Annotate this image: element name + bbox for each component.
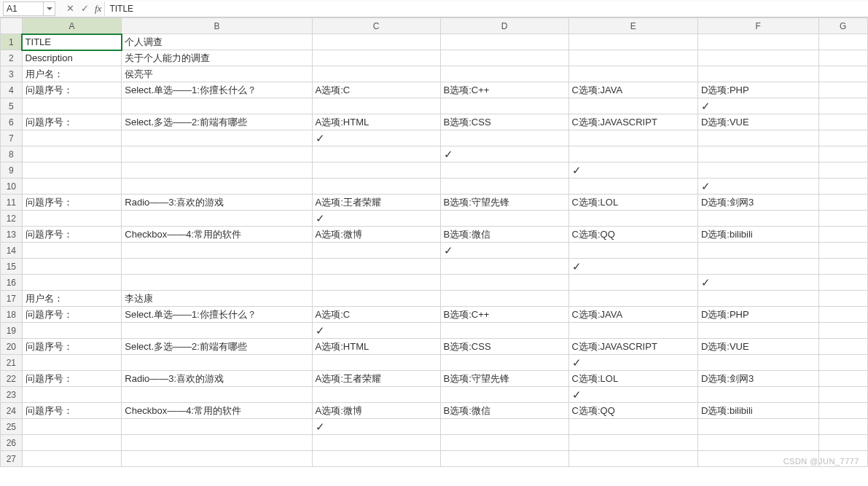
row-header-22[interactable]: 22 [1, 371, 23, 387]
cell-E17[interactable] [568, 291, 697, 307]
cell-C14[interactable] [312, 243, 440, 259]
cell-E21[interactable]: ✓ [568, 355, 697, 371]
cell-D21[interactable] [440, 355, 568, 371]
cell-C12[interactable]: ✓ [312, 211, 440, 227]
cell-B24[interactable]: Checkbox——4:常用的软件 [122, 403, 312, 419]
formula-input[interactable]: TITLE [104, 1, 868, 16]
cell-F25[interactable] [697, 419, 818, 435]
cell-A6[interactable]: 问题序号： [22, 114, 122, 130]
cell-D9[interactable] [440, 162, 568, 179]
cell-G26[interactable] [818, 435, 868, 451]
cell-E23[interactable]: ✓ [568, 387, 697, 403]
cell-A1[interactable]: TITLE [22, 34, 122, 50]
cell-F21[interactable] [697, 355, 818, 371]
cell-G4[interactable] [818, 82, 868, 98]
row-header-15[interactable]: 15 [1, 259, 23, 275]
cell-A25[interactable] [22, 419, 122, 435]
row-header-8[interactable]: 8 [1, 146, 23, 162]
cell-A26[interactable] [22, 435, 122, 451]
cell-C4[interactable]: A选项:C [312, 82, 440, 98]
cell-C13[interactable]: A选项:微博 [312, 227, 440, 243]
cell-D5[interactable] [440, 98, 568, 114]
column-header-G[interactable]: G [818, 18, 868, 34]
cell-D23[interactable] [440, 387, 568, 403]
row-header-6[interactable]: 6 [1, 114, 23, 130]
cell-F15[interactable] [697, 259, 818, 275]
cell-G12[interactable] [818, 211, 868, 227]
cell-B22[interactable]: Radio——3:喜欢的游戏 [122, 371, 312, 387]
cell-A9[interactable] [22, 162, 122, 179]
cell-A15[interactable] [22, 259, 122, 275]
cell-F5[interactable]: ✓ [697, 98, 818, 114]
cell-A22[interactable]: 问题序号： [22, 371, 122, 387]
fx-icon[interactable]: fx [95, 3, 101, 15]
cell-B16[interactable] [122, 275, 312, 291]
cell-F14[interactable] [697, 243, 818, 259]
cell-B10[interactable] [122, 179, 312, 195]
cell-A7[interactable] [22, 130, 122, 146]
row-header-16[interactable]: 16 [1, 275, 23, 291]
cell-F2[interactable] [697, 50, 818, 66]
cell-F4[interactable]: D选项:PHP [697, 82, 818, 98]
cell-E8[interactable] [568, 146, 697, 162]
cell-E24[interactable]: C选项:QQ [568, 403, 697, 419]
cell-C1[interactable] [312, 34, 440, 50]
cell-B2[interactable]: 关于个人能力的调查 [122, 50, 312, 66]
cell-C9[interactable] [312, 162, 440, 179]
cell-C17[interactable] [312, 291, 440, 307]
cell-B5[interactable] [122, 98, 312, 114]
cell-F1[interactable] [697, 34, 818, 50]
column-header-A[interactable]: A [22, 18, 122, 34]
cell-D22[interactable]: B选项:守望先锋 [440, 371, 568, 387]
cell-A16[interactable] [22, 275, 122, 291]
cell-A14[interactable] [22, 243, 122, 259]
cell-D26[interactable] [440, 435, 568, 451]
name-box[interactable]: A1 [3, 1, 44, 16]
cell-D10[interactable] [440, 179, 568, 195]
cell-G16[interactable] [818, 275, 868, 291]
cell-G7[interactable] [818, 130, 868, 146]
spreadsheet-grid[interactable]: ABCDEFG 1TITLE个人调查2Description关于个人能力的调查3… [0, 17, 868, 467]
cell-D1[interactable] [440, 34, 568, 50]
cell-F24[interactable]: D选项:bilibili [697, 403, 818, 419]
cell-G2[interactable] [818, 50, 868, 66]
cell-A13[interactable]: 问题序号： [22, 227, 122, 243]
cell-B18[interactable]: Select.单选——1:你擅长什么？ [122, 307, 312, 323]
cell-E18[interactable]: C选项:JAVA [568, 307, 697, 323]
cell-F12[interactable] [697, 211, 818, 227]
cell-G15[interactable] [818, 259, 868, 275]
cell-E16[interactable] [568, 275, 697, 291]
cell-G17[interactable] [818, 291, 868, 307]
cell-G19[interactable] [818, 323, 868, 339]
cell-C16[interactable] [312, 275, 440, 291]
cell-C11[interactable]: A选项:王者荣耀 [312, 195, 440, 211]
cell-C18[interactable]: A选项:C [312, 307, 440, 323]
cell-G23[interactable] [818, 387, 868, 403]
cell-B27[interactable] [122, 451, 312, 467]
cell-F7[interactable] [697, 130, 818, 146]
cell-G3[interactable] [818, 66, 868, 82]
row-header-13[interactable]: 13 [1, 227, 23, 243]
column-header-E[interactable]: E [568, 18, 697, 34]
cell-G8[interactable] [818, 146, 868, 162]
row-header-17[interactable]: 17 [1, 291, 23, 307]
cell-C25[interactable]: ✓ [312, 419, 440, 435]
cell-F17[interactable] [697, 291, 818, 307]
cell-E15[interactable]: ✓ [568, 259, 697, 275]
row-header-7[interactable]: 7 [1, 130, 23, 146]
cell-D15[interactable] [440, 259, 568, 275]
cell-C7[interactable]: ✓ [312, 130, 440, 146]
cell-E2[interactable] [568, 50, 697, 66]
cell-F13[interactable]: D选项:bilibili [697, 227, 818, 243]
cell-C10[interactable] [312, 179, 440, 195]
confirm-icon[interactable]: ✓ [77, 1, 92, 16]
cell-D8[interactable]: ✓ [440, 146, 568, 162]
cell-E12[interactable] [568, 211, 697, 227]
cell-E9[interactable]: ✓ [568, 162, 697, 179]
row-header-1[interactable]: 1 [1, 34, 23, 50]
cell-B21[interactable] [122, 355, 312, 371]
cell-E4[interactable]: C选项:JAVA [568, 82, 697, 98]
cell-E26[interactable] [568, 435, 697, 451]
cell-A24[interactable]: 问题序号： [22, 403, 122, 419]
cell-A3[interactable]: 用户名： [22, 66, 122, 82]
